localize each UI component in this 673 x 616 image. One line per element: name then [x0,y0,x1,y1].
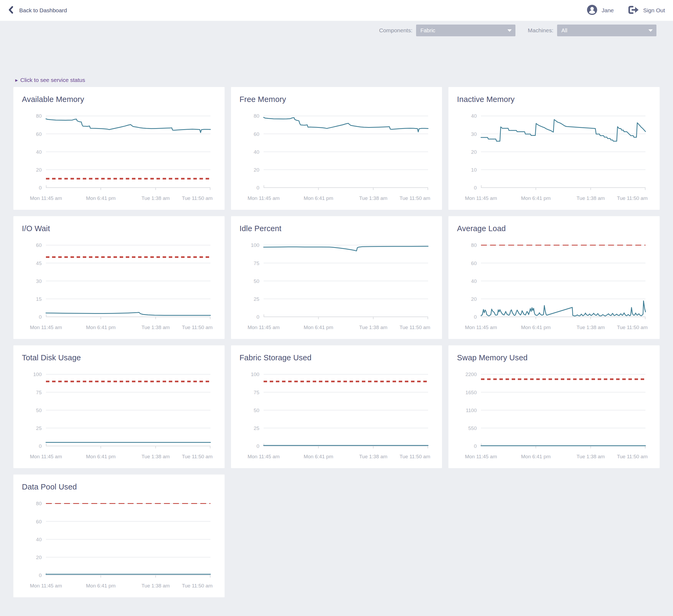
y-tick-label: 75 [254,390,259,395]
chart-card: Data Pool Used806040200Mon 11:45 amMon 6… [13,475,225,597]
y-tick-label: 60 [36,242,42,248]
back-to-dashboard-button[interactable]: Back to Dashboard [8,6,67,15]
y-tick-label: 0 [256,443,259,449]
x-tick-label: Tue 1:38 am [359,195,387,201]
chart-title: Data Pool Used [22,483,218,491]
y-tick-label: 0 [474,443,477,449]
machines-filter-group: Machines: All [528,25,656,36]
components-dropdown[interactable]: Fabric [416,25,515,36]
x-tick-label: Mon 11:45 am [248,195,280,201]
x-tick-label: Mon 11:45 am [30,195,62,201]
chart-title: Fabric Storage Used [240,353,435,362]
x-tick-label: Tue 1:38 am [142,454,170,459]
x-tick-label: Mon 6:41 pm [86,454,116,459]
chart-card: Free Memory806040200Mon 11:45 amMon 6:41… [231,87,442,210]
x-tick-label: Mon 11:45 am [248,454,280,459]
y-tick-label: 550 [468,425,477,431]
y-tick-label: 80 [36,113,42,119]
y-tick-label: 80 [471,242,477,248]
x-tick-label: Mon 6:41 pm [304,325,333,330]
x-tick-label: Mon 11:45 am [30,325,62,330]
y-tick-label: 60 [36,519,42,525]
x-tick-label: Tue 11:50 am [400,325,430,330]
y-tick-label: 30 [471,131,477,137]
x-tick-label: Mon 6:41 pm [86,195,116,201]
y-tick-label: 20 [36,555,42,560]
line-chart: 806040200Mon 11:45 amMon 6:41 pmTue 1:38… [20,108,217,202]
chevron-left-icon [8,6,14,15]
x-tick-label: Tue 1:38 am [142,325,170,330]
y-tick-label: 80 [254,113,259,119]
y-tick-label: 75 [36,390,42,395]
x-tick-label: Tue 11:50 am [617,454,648,459]
line-chart: 806040200Mon 11:45 amMon 6:41 pmTue 1:38… [238,108,435,202]
charts-grid: Available Memory806040200Mon 11:45 amMon… [0,83,673,615]
y-tick-label: 0 [39,185,42,191]
machines-dropdown[interactable]: All [557,25,656,36]
y-tick-label: 2200 [465,371,477,377]
components-filter-label: Components: [379,27,412,34]
chart-card: Average Load806040200Mon 11:45 amMon 6:4… [448,216,660,339]
components-dropdown-value: Fabric [420,27,435,34]
user-avatar-icon [587,5,598,16]
service-status-link-label: Click to see service status [20,77,85,83]
y-tick-label: 20 [471,149,477,155]
chart-card: Idle Percent1007550250Mon 11:45 amMon 6:… [231,216,442,339]
x-tick-label: Mon 6:41 pm [304,454,333,459]
y-tick-label: 20 [36,167,42,173]
y-tick-label: 25 [254,296,259,302]
x-tick-label: Tue 1:38 am [142,195,170,201]
x-tick-label: Tue 11:50 am [400,195,430,201]
x-tick-label: Tue 11:50 am [182,454,213,459]
user-menu[interactable]: Jane [587,5,614,16]
y-tick-label: 80 [36,501,42,506]
chart-title: Swap Memory Used [457,353,653,362]
y-tick-label: 0 [39,573,42,578]
chevron-down-icon [648,29,653,32]
sign-out-button[interactable]: Sign Out [628,5,665,15]
y-tick-label: 0 [256,185,259,191]
chart-title: I/O Wait [22,224,218,233]
x-tick-label: Mon 11:45 am [248,325,280,330]
y-tick-label: 40 [254,149,259,155]
x-tick-label: Tue 1:38 am [577,325,605,330]
x-tick-label: Tue 1:38 am [359,454,387,459]
y-tick-label: 0 [474,314,477,320]
x-tick-label: Tue 1:38 am [142,583,170,589]
x-tick-label: Mon 6:41 pm [521,454,551,459]
y-tick-label: 0 [474,185,477,191]
chevron-down-icon [507,29,512,32]
y-tick-label: 100 [251,242,259,248]
y-tick-label: 45 [36,261,42,266]
top-navigation-bar: Back to Dashboard Jane Sign Out [0,0,673,21]
x-tick-label: Mon 6:41 pm [86,583,116,589]
line-chart: 806040200Mon 11:45 amMon 6:41 pmTue 1:38… [20,496,217,590]
x-tick-label: Mon 6:41 pm [521,325,551,330]
y-tick-label: 50 [36,407,42,413]
y-tick-label: 60 [254,131,259,137]
series-line [46,119,210,133]
triangle-right-icon: ▶ [15,78,18,82]
x-tick-label: Mon 11:45 am [30,583,62,589]
service-status-link[interactable]: ▶ Click to see service status [15,77,85,83]
chart-title: Total Disk Usage [22,353,218,362]
machines-filter-label: Machines: [528,27,553,34]
chart-card: I/O Wait604530150Mon 11:45 amMon 6:41 pm… [13,216,225,339]
x-tick-label: Tue 11:50 am [182,325,213,330]
y-tick-label: 10 [471,167,477,173]
x-tick-label: Tue 11:50 am [617,325,648,330]
chart-title: Inactive Memory [457,95,653,104]
line-chart: 2200165011005500Mon 11:45 amMon 6:41 pmT… [455,366,652,460]
topbar-right-group: Jane Sign Out [587,5,665,16]
chart-card: Total Disk Usage1007550250Mon 11:45 amMo… [13,345,225,468]
x-tick-label: Mon 11:45 am [465,195,497,201]
y-tick-label: 0 [256,314,259,320]
components-filter-group: Components: Fabric [379,25,515,36]
y-tick-label: 1650 [465,390,477,395]
line-chart: 403020100Mon 11:45 amMon 6:41 pmTue 1:38… [455,108,652,202]
y-tick-label: 100 [251,371,259,377]
line-chart: 1007550250Mon 11:45 amMon 6:41 pmTue 1:3… [238,366,435,460]
chart-card: Swap Memory Used2200165011005500Mon 11:4… [448,345,660,468]
series-line [481,301,646,316]
x-tick-label: Tue 11:50 am [400,454,430,459]
